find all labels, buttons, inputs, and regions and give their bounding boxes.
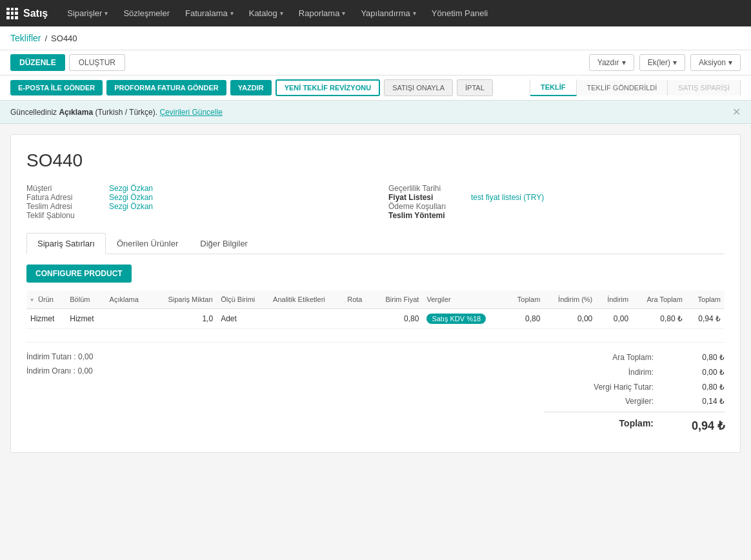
notif-bold: Açıklama xyxy=(59,108,93,117)
cell-ara-toplam: 0,80 ₺ xyxy=(632,309,686,329)
indirim-row: İndirim: 0,00 ₺ xyxy=(544,365,725,380)
form-row-sablon: Teklif Şablonu xyxy=(26,211,363,220)
cancel-button[interactable]: İPTAL xyxy=(457,79,493,96)
form-row-gecerlilik: Geçerlilik Tarihi xyxy=(388,184,725,193)
action-button[interactable]: Aksiyon ▾ xyxy=(690,54,741,71)
chevron-down-icon: ▾ xyxy=(105,10,108,17)
col-analitik: Analitik Etiketleri xyxy=(269,290,343,309)
approve-sale-button[interactable]: SATIŞI ONAYLA xyxy=(384,79,453,96)
totals-table: Ara Toplam: 0,80 ₺ İndirim: 0,00 ₺ Vergi… xyxy=(544,350,725,437)
nav-sozlesmeler[interactable]: Sözleşmeler xyxy=(117,0,176,26)
brand-label: Satış xyxy=(23,8,48,19)
chevron-down-icon: ▾ xyxy=(230,10,234,17)
document-title: SO440 xyxy=(26,150,725,171)
chevron-down-icon: ▾ xyxy=(622,58,626,67)
print-toolbar-button[interactable]: YAZDIR xyxy=(230,80,272,95)
nav-yonetim[interactable]: Yönetim Paneli xyxy=(425,0,494,26)
status-tab-gonderildi[interactable]: TEKLİF GÖNDERİLDİ xyxy=(577,80,668,95)
nav-siparisler[interactable]: Siparişler ▾ xyxy=(61,0,114,26)
action-bar-left: DÜZENLE OLUŞTUR xyxy=(10,54,125,71)
status-tab-siparis: SATIŞ SİPARİŞİ xyxy=(668,80,741,95)
form-row-musteri: Müşteri Sezgi Özkan xyxy=(26,184,363,193)
chevron-down-icon: ▾ xyxy=(728,58,732,67)
cell-bolum: Hizmet xyxy=(66,309,105,329)
top-navigation: Satış Siparişler ▾ Sözleşmeler Faturalam… xyxy=(0,0,751,26)
configure-product-button[interactable]: CONFIGURE PRODUCT xyxy=(26,265,132,283)
form-right: Geçerlilik Tarihi Fiyat Listesi test fiy… xyxy=(388,184,725,220)
kdv-tag[interactable]: Satış KDV %18 xyxy=(426,314,486,324)
musteri-value[interactable]: Sezgi Özkan xyxy=(109,184,153,193)
col-ara-toplam: Ara Toplam xyxy=(632,290,686,309)
breadcrumb: Teklifler / SO440 xyxy=(0,26,751,50)
cell-miktar: 1,0 xyxy=(152,309,217,329)
cell-olcu: Adet xyxy=(217,309,269,329)
form-row-odeme: Ödeme Koşulları xyxy=(388,202,725,211)
status-tabs: TEKLİF TEKLİF GÖNDERİLDİ SATIŞ SİPARİŞİ xyxy=(530,79,741,96)
main-content: SO440 Müşteri Sezgi Özkan Fatura Adresi … xyxy=(10,134,741,453)
app-brand[interactable]: Satış xyxy=(6,8,48,19)
nav-yapilandirma[interactable]: Yapılandırma ▾ xyxy=(354,0,422,26)
form-fields: Müşteri Sezgi Özkan Fatura Adresi Sezgi … xyxy=(26,184,725,220)
tab-siparis-satirlari[interactable]: Sipariş Satırları xyxy=(26,233,106,254)
totals-divider xyxy=(544,412,725,412)
form-row-teslim-yontemi: Teslim Yöntemi xyxy=(388,211,725,220)
extras-button[interactable]: Ek(ler) ▾ xyxy=(639,54,685,71)
col-siparis-miktar: Sipariş Miktarı xyxy=(152,290,217,309)
teslim-adres-value[interactable]: Sezgi Özkan xyxy=(109,202,153,211)
order-table: ▾ Ürün Bölüm Açıklama Sipariş Miktarı Öl… xyxy=(26,290,725,329)
chevron-down-icon: ▾ xyxy=(280,10,283,17)
col-vergiler: Vergiler xyxy=(423,290,506,309)
create-button[interactable]: OLUŞTUR xyxy=(69,54,125,71)
new-revision-button[interactable]: YENİ TEKLİF REVİZYONU xyxy=(275,79,380,96)
fiyat-listesi-value[interactable]: test fiyat listesi (TRY) xyxy=(471,193,544,202)
grand-total-row: Toplam: 0,94 ₺ xyxy=(544,415,725,437)
edit-button[interactable]: DÜZENLE xyxy=(10,54,65,71)
grid-icon xyxy=(6,8,18,19)
ara-toplam-row: Ara Toplam: 0,80 ₺ xyxy=(544,350,725,365)
cell-birim-fiyat: 0,80 xyxy=(372,309,423,329)
vergi-haric-row: Vergi Hariç Tutar: 0,80 ₺ xyxy=(544,380,725,395)
email-send-button[interactable]: E-POSTA İLE GÖNDER xyxy=(10,80,103,95)
col-toplam2: Toplam xyxy=(686,290,725,309)
col-olcu-birimi: Ölçü Birimi xyxy=(217,290,269,309)
nav-faturalama[interactable]: Faturalama ▾ xyxy=(179,0,240,26)
col-rota: Rota xyxy=(343,290,372,309)
status-tab-teklif[interactable]: TEKLİF xyxy=(530,79,577,96)
table-row[interactable]: Hizmet Hizmet 1,0 Adet 0,80 Satış KDV %1… xyxy=(26,309,725,329)
action-bar: DÜZENLE OLUŞTUR Yazdır ▾ Ek(ler) ▾ Aksiy… xyxy=(0,50,751,75)
col-bolum: Bölüm xyxy=(66,290,105,309)
cell-urun: Hizmet xyxy=(26,309,66,329)
chevron-down-icon: ▾ xyxy=(673,58,677,67)
toolbar: E-POSTA İLE GÖNDER PROFORMA FATURA GÖNDE… xyxy=(0,75,751,101)
form-left: Müşteri Sezgi Özkan Fatura Adresi Sezgi … xyxy=(26,184,363,220)
col-indirim-pct: İndirim (%) xyxy=(544,290,596,309)
breadcrumb-separator: / xyxy=(45,34,47,43)
indirim-tutar-row: İndirim Tutarı : 0,00 xyxy=(26,350,93,365)
form-row-fatura: Fatura Adresi Sezgi Özkan xyxy=(26,193,363,202)
cell-vergiler: Satış KDV %18 xyxy=(423,309,506,329)
fatura-adres-value[interactable]: Sezgi Özkan xyxy=(109,193,153,202)
breadcrumb-parent[interactable]: Teklifler xyxy=(10,33,41,43)
cell-indirim-pct: 0,00 xyxy=(544,309,596,329)
sort-icon: ▾ xyxy=(30,296,34,303)
breadcrumb-current: SO440 xyxy=(51,34,77,43)
notification-bar: Güncellediniz Açıklama (Turkish / Türkçe… xyxy=(0,101,751,124)
tab-bar: Sipariş Satırları Önerilen Ürünler Diğer… xyxy=(26,233,725,254)
nav-katalog[interactable]: Katalog ▾ xyxy=(243,0,290,26)
tab-diger[interactable]: Diğer Bilgiler xyxy=(189,233,259,254)
form-row-fiyatlistesi: Fiyat Listesi test fiyat listesi (TRY) xyxy=(388,193,725,202)
discount-info: İndirim Tutarı : 0,00 İndirim Oranı : 0,… xyxy=(26,350,93,378)
col-birim-fiyat: Birim Fiyat xyxy=(372,290,423,309)
vergiler-row: Vergiler: 0,14 ₺ xyxy=(544,394,725,409)
close-icon[interactable]: ✕ xyxy=(732,106,741,118)
print-button[interactable]: Yazdır ▾ xyxy=(589,54,634,71)
col-urun: ▾ Ürün xyxy=(26,290,66,309)
nav-raporlama[interactable]: Raporlama ▾ xyxy=(292,0,352,26)
proforma-send-button[interactable]: PROFORMA FATURA GÖNDER xyxy=(106,80,226,95)
cell-rota xyxy=(343,309,372,329)
update-translations-link[interactable]: Çevirileri Güncelle xyxy=(159,108,222,117)
col-aciklama: Açıklama xyxy=(106,290,152,309)
cell-toplam2: 0,94 ₺ xyxy=(686,309,725,329)
notification-text: Güncellediniz Açıklama (Turkish / Türkçe… xyxy=(10,108,223,117)
tab-onerilen[interactable]: Önerilen Ürünler xyxy=(106,233,189,254)
